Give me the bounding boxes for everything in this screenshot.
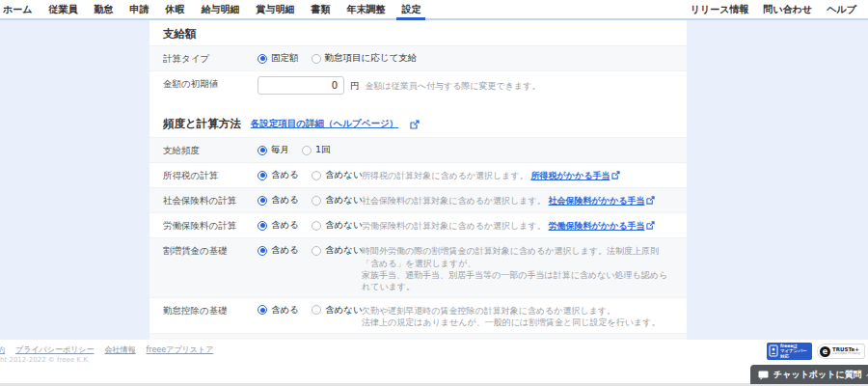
- attendance-deduction-desc-line2: 法律上の規定はありませんが、一般的には割増賃金と同じ設定を行います。: [362, 317, 660, 328]
- radio-exclude-label: 含めない: [325, 244, 363, 257]
- nav-item-release-notes[interactable]: リリース情報: [691, 0, 749, 18]
- row-labor-insurance: 労働保険料の計算 含める 含めない 労働保険料の計算対象に含めるか選択します。 …: [149, 212, 687, 237]
- radio-unselected-icon[interactable]: [312, 221, 321, 231]
- nav-item-documents[interactable]: 書類: [311, 0, 330, 18]
- income-tax-allowance-link[interactable]: 所得税がかかる手当: [531, 171, 610, 180]
- radio-selected-icon[interactable]: [258, 221, 267, 231]
- nav-item-home[interactable]: ホーム: [3, 0, 32, 18]
- radio-include[interactable]: 含める: [258, 219, 299, 232]
- radio-exclude[interactable]: 含めない: [312, 244, 363, 257]
- row-social-insurance: 社会保険料の計算 含める 含めない 社会保険料の計算対象に含めるか選択します。 …: [149, 187, 687, 212]
- section-supply-amount: 支給額: [149, 20, 687, 45]
- radio-unselected-icon[interactable]: [302, 146, 312, 155]
- radio-by-attendance[interactable]: 勤怠項目に応じて支給: [312, 52, 418, 65]
- attendance-deduction-radio-group: 含める 含めない: [258, 303, 362, 317]
- radio-exclude[interactable]: 含めない: [312, 194, 363, 207]
- radio-selected-icon[interactable]: [258, 246, 267, 256]
- nav-item-settings[interactable]: 設定: [401, 0, 420, 18]
- row-income-tax: 所得税の計算 含める 含めない 所得税の計算対象に含めるか選択します。 所得税が…: [149, 162, 687, 187]
- nav-item-year-end[interactable]: 年末調整: [346, 0, 385, 18]
- footer-link-app-store[interactable]: freeeアプリストア: [147, 345, 214, 355]
- radio-unselected-icon[interactable]: [312, 246, 321, 256]
- radio-include[interactable]: 含める: [258, 169, 299, 181]
- radio-unselected-icon[interactable]: [312, 196, 321, 206]
- external-link-icon[interactable]: [410, 115, 420, 133]
- social-insurance-allowance-link[interactable]: 社会保険料がかかる手当: [549, 196, 645, 206]
- radio-include-label: 含める: [271, 219, 299, 232]
- radio-selected-icon[interactable]: [258, 196, 267, 206]
- initial-amount-input[interactable]: [258, 76, 344, 95]
- nav-item-help[interactable]: ヘルプ: [827, 0, 856, 18]
- payment-frequency-label: 支給頻度: [163, 143, 258, 157]
- truste-logo-icon: e: [820, 346, 830, 357]
- radio-monthly-label: 毎月: [271, 144, 289, 156]
- radio-selected-icon[interactable]: [258, 146, 267, 155]
- labor-insurance-desc-text: 労働保険料の計算対象に含めるか選択します。: [362, 221, 546, 231]
- radio-selected-icon[interactable]: [258, 171, 267, 180]
- radio-include[interactable]: 含める: [258, 244, 299, 257]
- nav-item-requests[interactable]: 申請: [129, 0, 149, 18]
- external-link-icon[interactable]: [646, 221, 655, 233]
- nav-item-employees[interactable]: 従業員: [48, 0, 77, 18]
- radio-fixed-amount[interactable]: 固定額: [258, 52, 299, 65]
- nav-item-leave[interactable]: 休暇: [165, 0, 184, 18]
- mynumber-badge-text: freeeは マイナンバー 対応: [780, 344, 807, 359]
- help-page-link[interactable]: 各設定項目の詳細（ヘルプページ）: [251, 118, 398, 130]
- radio-unselected-icon[interactable]: [312, 54, 321, 64]
- initial-amount-note: 金額は従業員へ付与する際に変更できます。: [366, 80, 541, 93]
- income-tax-desc: 所得税の計算対象に含めるか選択します。 所得税がかかる手当: [362, 168, 620, 182]
- labor-insurance-radio-group: 含める 含めない: [258, 218, 362, 232]
- radio-exclude-label: 含めない: [325, 304, 363, 317]
- radio-monthly[interactable]: 毎月: [258, 144, 289, 156]
- radio-once-label: 1回: [315, 144, 331, 156]
- radio-unselected-icon[interactable]: [312, 171, 321, 180]
- top-nav: ホーム 従業員 勤怠 申請 休暇 給与明細 賞与明細 書類 年末調整 設定 リリ…: [0, 0, 868, 20]
- nav-item-attendance[interactable]: 勤怠: [94, 0, 113, 18]
- chatbot-bar[interactable]: チャットボットに質問: [750, 365, 868, 384]
- radio-include[interactable]: 含める: [258, 304, 299, 317]
- calc-type-radio-group: 固定額 勤怠項目に応じて支給: [258, 51, 417, 65]
- radio-selected-icon[interactable]: [258, 54, 267, 64]
- row-overtime-premium-base: 割増賃金の基礎 含める 含めない 時間外労働の際の割増賃金の計算対象に含めるか選…: [149, 237, 687, 297]
- radio-include-label: 含める: [271, 169, 299, 181]
- section-frequency: 頻度と計算方法 各設定項目の詳細（ヘルプページ）: [149, 108, 687, 137]
- section-gap: [149, 99, 687, 108]
- radio-unselected-icon[interactable]: [312, 305, 321, 315]
- nav-item-payslip[interactable]: 給与明細: [201, 0, 239, 18]
- section-title-supply-amount: 支給額: [163, 27, 197, 41]
- mynumber-line2: マイナンバー: [780, 348, 807, 353]
- mynumber-line3: 対応: [780, 354, 807, 359]
- nav-item-bonus-slip[interactable]: 賞与明細: [256, 0, 294, 18]
- radio-include[interactable]: 含める: [258, 194, 299, 207]
- footer-link-terms[interactable]: 利用規約: [0, 345, 5, 355]
- social-insurance-desc-text: 社会保険料の計算対象に含めるか選択します。: [362, 196, 546, 206]
- truste-subtitle: Certified Privacy: [832, 352, 860, 356]
- income-tax-desc-text: 所得税の計算対象に含めるか選択します。: [362, 171, 529, 180]
- radio-once[interactable]: 1回: [302, 144, 331, 156]
- overtime-premium-desc: 時間外労働の際の割増賃金の計算対象に含めるか選択します。法制度上原則「含める」を…: [362, 243, 673, 292]
- row-payment-frequency: 支給頻度 毎月 1回: [149, 137, 687, 162]
- radio-include-label: 含める: [271, 244, 299, 257]
- freee-mynumber-badge[interactable]: freeeは マイナンバー 対応: [767, 343, 812, 360]
- nav-item-contact[interactable]: 問い合わせ: [764, 0, 813, 18]
- truste-badge[interactable]: e TRUSTe+ Certified Privacy: [817, 344, 865, 359]
- external-link-icon[interactable]: [611, 171, 620, 182]
- footer-link-company-info[interactable]: 会社情報: [105, 345, 136, 355]
- radio-include-label: 含める: [271, 194, 299, 207]
- radio-selected-icon[interactable]: [258, 305, 267, 315]
- truste-text: TRUSTe+ Certified Privacy: [832, 346, 860, 356]
- attendance-deduction-desc: 欠勤や遅刻早退時の賃金控除の計算対象に含めるか選択します。 法律上の規定はありま…: [362, 303, 660, 328]
- income-tax-radio-group: 含める 含めない: [258, 168, 362, 181]
- labor-insurance-allowance-link[interactable]: 労働保険料がかかる手当: [549, 221, 645, 231]
- overtime-premium-base-label: 割増賃金の基礎: [163, 243, 258, 258]
- labor-insurance-label: 労働保険料の計算: [163, 218, 258, 233]
- radio-exclude[interactable]: 含めない: [312, 304, 363, 317]
- radio-exclude[interactable]: 含めない: [312, 169, 363, 181]
- footer-link-privacy-policy[interactable]: プライバシーポリシー: [15, 345, 95, 355]
- row-attendance-deduction-base: 勤怠控除の基礎 含める 含めない 欠勤や遅刻早退時の賃金控除の計算対象に含めるか…: [149, 297, 687, 333]
- radio-exclude[interactable]: 含めない: [312, 219, 363, 232]
- external-link-icon[interactable]: [646, 196, 655, 207]
- social-insurance-radio-group: 含める 含めない: [258, 193, 362, 207]
- labor-insurance-desc: 労働保険料の計算対象に含めるか選択します。 労働保険料がかかる手当: [362, 218, 655, 233]
- social-insurance-desc: 社会保険料の計算対象に含めるか選択します。 社会保険料がかかる手当: [362, 193, 655, 207]
